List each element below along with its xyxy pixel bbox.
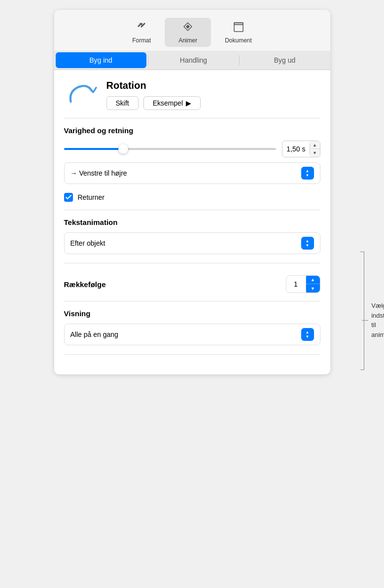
toolbar: Format Animer Dokument (54, 10, 330, 51)
duration-decrement[interactable]: ▼ (310, 149, 320, 157)
callout-text-row: Vælg indstillinger til animation (362, 301, 384, 339)
toolbar-dokument[interactable]: Dokument (211, 19, 266, 47)
format-label: Format (132, 37, 151, 44)
ta-dropdown-up: ▲ (306, 239, 310, 243)
return-checkbox[interactable] (64, 193, 73, 202)
animation-header: Rotation Skift Eksempel ▶ (64, 70, 320, 118)
visning-dropdown[interactable]: Alle på en gang ▲ ▼ (64, 324, 320, 345)
toolbar-format[interactable]: Format (118, 18, 165, 47)
segment-control: Byg ind Handling Byg ud (54, 51, 330, 70)
animation-icon (64, 80, 99, 110)
slider-row: 1,50 s ▲ ▼ (64, 141, 320, 157)
direction-value: → Venstre til højre (70, 169, 127, 177)
visning-title: Visning (64, 309, 320, 318)
text-animation-dropdown[interactable]: Efter objekt ▲ ▼ (64, 232, 320, 254)
callout-bracket-top (360, 252, 364, 252)
return-checkbox-row: Returner (64, 189, 320, 206)
order-stepper[interactable]: 1 ▲ ▼ (286, 275, 320, 293)
text-animation-title: Tekstanimation (64, 218, 320, 226)
slider-thumb[interactable] (118, 144, 128, 154)
duration-value: 1,50 s (282, 143, 310, 155)
duration-stepper-arrows: ▲ ▼ (310, 141, 320, 157)
animation-action-buttons: Skift Eksempel ▶ (106, 96, 201, 110)
slider-fill (64, 148, 124, 150)
ta-dropdown-down: ▼ (306, 244, 310, 248)
text-animation-value: Efter objekt (70, 239, 105, 247)
text-animation-section: Tekstanimation Efter objekt ▲ ▼ (64, 210, 320, 263)
duration-section: Varighed og retning 1,50 s ▲ ▼ (64, 118, 320, 210)
visning-down-arrow: ▼ (306, 335, 310, 339)
callout-bracket-bottom (360, 369, 364, 370)
order-arrows: ▲ ▼ (306, 276, 320, 293)
svg-rect-1 (234, 23, 243, 25)
segment-handling[interactable]: Handling (148, 52, 239, 68)
dropdown-down-arrow: ▼ (306, 174, 310, 178)
visning-value: Alle på en gang (70, 331, 118, 338)
shift-button[interactable]: Skift (106, 96, 139, 110)
preview-button[interactable]: Eksempel ▶ (143, 96, 201, 110)
dokument-icon (233, 22, 244, 35)
order-value: 1 (286, 277, 306, 291)
order-decrement[interactable]: ▼ (306, 284, 320, 293)
dropdown-up-arrow: ▲ (306, 169, 310, 173)
format-icon (136, 21, 147, 35)
toolbar-animer[interactable]: Animer (165, 18, 211, 47)
segment-byg-ud[interactable]: Byg ud (240, 52, 330, 68)
animer-label: Animer (178, 37, 197, 44)
callout-horiz-line (362, 320, 368, 321)
duration-stepper[interactable]: 1,50 s ▲ ▼ (282, 141, 320, 157)
order-title: Rækkefølge (64, 280, 106, 289)
visning-up-arrow: ▲ (306, 331, 310, 334)
animation-info: Rotation Skift Eksempel ▶ (106, 80, 201, 110)
text-animation-arrow[interactable]: ▲ ▼ (301, 237, 314, 250)
dokument-label: Dokument (225, 37, 252, 44)
animation-title: Rotation (106, 80, 201, 91)
direction-dropdown[interactable]: → Venstre til højre ▲ ▼ (64, 162, 320, 184)
duration-title: Varighed og retning (64, 126, 320, 135)
preview-play-icon: ▶ (186, 99, 191, 107)
order-increment[interactable]: ▲ (306, 276, 320, 284)
callout-text: Vælg indstillinger til animation (371, 301, 384, 339)
visning-section: Visning Alle på en gang ▲ ▼ (64, 301, 320, 354)
animer-icon (181, 21, 195, 35)
segment-byg-ind[interactable]: Byg ind (56, 52, 146, 68)
duration-slider-track[interactable] (64, 148, 277, 150)
return-label: Returner (78, 193, 105, 201)
order-section: Rækkefølge 1 ▲ ▼ (64, 263, 320, 301)
main-content: Rotation Skift Eksempel ▶ Varighed og re… (54, 70, 330, 374)
direction-dropdown-arrow[interactable]: ▲ ▼ (301, 167, 314, 180)
duration-increment[interactable]: ▲ (310, 141, 320, 149)
order-row: Rækkefølge 1 ▲ ▼ (64, 271, 320, 297)
visning-dropdown-arrow[interactable]: ▲ ▼ (301, 328, 314, 341)
